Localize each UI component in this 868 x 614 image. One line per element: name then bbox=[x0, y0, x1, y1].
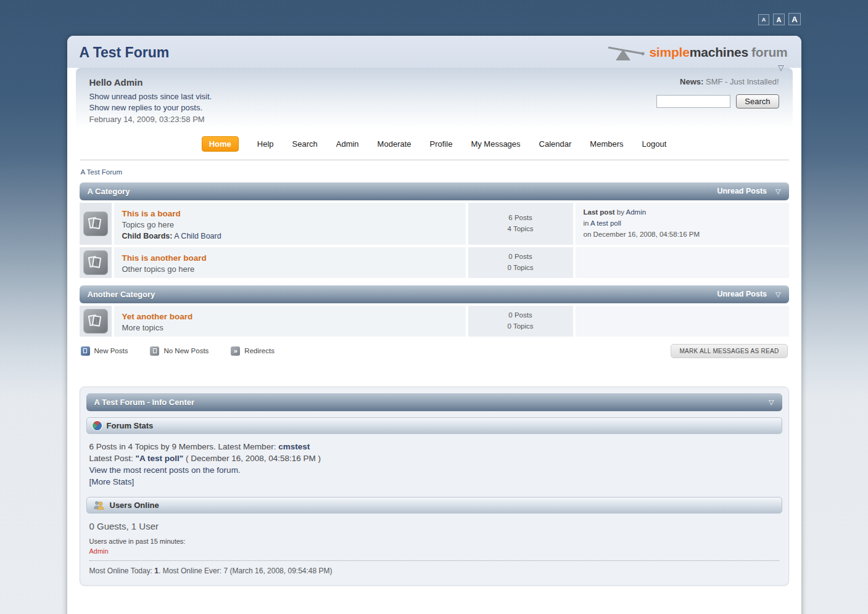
board-status-icon bbox=[83, 211, 108, 236]
posts-count: 0 Posts bbox=[508, 252, 532, 263]
board-link[interactable]: This is a board bbox=[122, 209, 181, 218]
collapse-info-center-icon[interactable]: ▽ bbox=[769, 398, 774, 406]
board-row-this-is-another-board: This is another board Other topics go he… bbox=[80, 247, 789, 278]
legend-redirects-label: Redirects bbox=[244, 347, 275, 354]
legend-redirects: » Redirects bbox=[231, 346, 275, 356]
no-new-posts-icon bbox=[150, 346, 159, 356]
guests-users-count: 0 Guests, 1 User bbox=[89, 521, 779, 531]
font-size-controls: A A A bbox=[758, 13, 801, 25]
board-row-this-is-a-board: This is a board Topics go here Child Boa… bbox=[80, 203, 789, 245]
mark-all-read-button[interactable]: MARK ALL MESSAGES AS READ bbox=[671, 344, 787, 358]
nav-item-profile[interactable]: Profile bbox=[430, 139, 453, 149]
legend-no-new-posts-label: No New Posts bbox=[163, 347, 209, 354]
last-post-user-link[interactable]: Admin bbox=[626, 208, 647, 216]
new-posts-icon bbox=[81, 346, 90, 356]
category-header-a-category: A Category Unread Posts ▽ bbox=[80, 182, 789, 200]
last-post-cell: Last post by Admin in A test poll on Dec… bbox=[576, 203, 789, 245]
users-icon bbox=[93, 501, 105, 510]
board-link[interactable]: Yet another board bbox=[122, 312, 193, 321]
logo-word-forum: forum bbox=[751, 45, 788, 59]
redirect-icon: » bbox=[231, 346, 240, 356]
search-input[interactable] bbox=[656, 95, 730, 108]
title-bar: A Test Forum simplemachinesforum bbox=[67, 36, 801, 68]
posts-count: 0 Posts bbox=[508, 310, 532, 321]
font-size-medium-button[interactable]: A bbox=[773, 14, 785, 25]
active-users-label: Users active in past 15 minutes: bbox=[89, 538, 779, 545]
nav-item-members[interactable]: Members bbox=[590, 139, 623, 149]
forum-main-container: A Test Forum simplemachinesforum ▽ Hello… bbox=[67, 36, 801, 614]
nav-item-logout[interactable]: Logout bbox=[642, 139, 667, 149]
unread-posts-link[interactable]: Unread Posts bbox=[717, 290, 767, 298]
board-info-cell: This is another board Other topics go he… bbox=[114, 247, 466, 278]
collapse-category-icon[interactable]: ▽ bbox=[775, 290, 780, 298]
font-size-large-button[interactable]: A bbox=[788, 13, 801, 25]
last-post-cell bbox=[576, 247, 789, 278]
most-online-line: Most Online Today: 1. Most Online Ever: … bbox=[89, 567, 779, 583]
collapse-category-icon[interactable]: ▽ bbox=[775, 187, 780, 195]
topics-count: 4 Topics bbox=[508, 224, 534, 235]
users-online-body: 0 Guests, 1 User Users active in past 15… bbox=[86, 514, 782, 583]
info-center-panel: A Test Forum - Info Center ▽ Forum Stats… bbox=[80, 387, 789, 586]
more-stats-link[interactable]: [More Stats] bbox=[89, 477, 134, 486]
news-line: News: SMF - Just Installed! bbox=[656, 77, 779, 86]
last-post-topic-link[interactable]: A test poll bbox=[590, 219, 621, 227]
legend-no-new-posts: No New Posts bbox=[150, 346, 209, 356]
nav-item-my-messages[interactable]: My Messages bbox=[471, 139, 520, 149]
board-stats-cell: 6 Posts 4 Topics bbox=[468, 203, 573, 245]
board-stats-cell: 0 Posts 0 Topics bbox=[468, 306, 573, 337]
news-search-block: News: SMF - Just Installed! Search bbox=[656, 77, 779, 124]
board-stats-cell: 0 Posts 0 Topics bbox=[468, 247, 573, 278]
category-title: A Category bbox=[88, 187, 130, 196]
unread-posts-link[interactable]: Unread Posts bbox=[717, 187, 767, 195]
topics-count: 0 Topics bbox=[508, 321, 534, 332]
nav-item-moderate[interactable]: Moderate bbox=[378, 139, 411, 149]
dotted-divider bbox=[89, 560, 779, 561]
show-replies-link[interactable]: Show new replies to your posts. bbox=[89, 102, 212, 113]
online-user-admin-link[interactable]: Admin bbox=[89, 547, 109, 555]
last-post-in-word: in bbox=[584, 219, 589, 227]
child-board-link[interactable]: A Child Board bbox=[174, 232, 221, 240]
board-info-cell: This is a board Topics go here Child Boa… bbox=[114, 203, 466, 245]
nav-item-help[interactable]: Help bbox=[257, 139, 274, 149]
recent-posts-link[interactable]: View the most recent posts on the forum. bbox=[89, 465, 241, 475]
page-background: A A A A Test Forum simplemachinesforum ▽… bbox=[0, 0, 868, 614]
most-online-rest: . Most Online Ever: 7 (March 16, 2008, 0… bbox=[159, 567, 332, 575]
show-unread-link[interactable]: Show unread posts since last visit. bbox=[89, 91, 212, 102]
last-post-by-word: by bbox=[617, 208, 624, 216]
board-icon-cell bbox=[80, 247, 112, 278]
font-size-small-button[interactable]: A bbox=[758, 14, 769, 25]
legend-new-posts: New Posts bbox=[81, 346, 128, 356]
user-info-area: Hello Admin Show unread posts since last… bbox=[76, 68, 793, 129]
latest-post-label: Latest Post: bbox=[89, 454, 133, 463]
board-description: Other topics go here bbox=[122, 264, 458, 274]
latest-member-link[interactable]: cmstest bbox=[278, 442, 310, 451]
forum-stats-header: Forum Stats bbox=[86, 417, 782, 434]
simplemachines-logo[interactable]: simplemachinesforum bbox=[607, 44, 787, 61]
search-button[interactable]: Search bbox=[736, 94, 779, 108]
current-datetime: February 14, 2009, 03:23:58 PM bbox=[89, 115, 212, 124]
collapse-user-area-icon[interactable]: ▽ bbox=[778, 63, 783, 72]
category-title: Another Category bbox=[88, 290, 155, 299]
user-links: Show unread posts since last visit. Show… bbox=[89, 91, 212, 113]
nav-item-home[interactable]: Home bbox=[202, 136, 239, 152]
news-label: News: bbox=[680, 77, 703, 86]
pie-chart-icon bbox=[93, 421, 102, 430]
board-icon-cell bbox=[80, 306, 112, 337]
nav-item-search[interactable]: Search bbox=[292, 139, 318, 149]
logo-word-machines: machines bbox=[690, 45, 748, 59]
info-center-title: A Test Forum - Info Center bbox=[94, 398, 195, 407]
board-status-icon bbox=[83, 250, 108, 275]
nav-item-calendar[interactable]: Calendar bbox=[539, 139, 572, 149]
nav-item-admin[interactable]: Admin bbox=[336, 139, 359, 149]
board-description: Topics go here bbox=[122, 220, 458, 229]
breadcrumb[interactable]: A Test Forum bbox=[80, 160, 789, 182]
most-online-today-label: Most Online Today: bbox=[89, 567, 153, 575]
child-boards-line: Child Boards: A Child Board bbox=[122, 232, 458, 240]
latest-post-link[interactable]: "A test poll" bbox=[136, 454, 184, 463]
last-post-cell bbox=[576, 306, 789, 337]
stats-summary: 6 Posts in 4 Topics by 9 Members. Latest… bbox=[89, 442, 276, 451]
search-form: Search bbox=[656, 94, 779, 108]
board-description: More topics bbox=[122, 323, 458, 332]
board-row-yet-another-board: Yet another board More topics 0 Posts 0 … bbox=[80, 306, 789, 337]
board-link[interactable]: This is another board bbox=[122, 253, 207, 263]
